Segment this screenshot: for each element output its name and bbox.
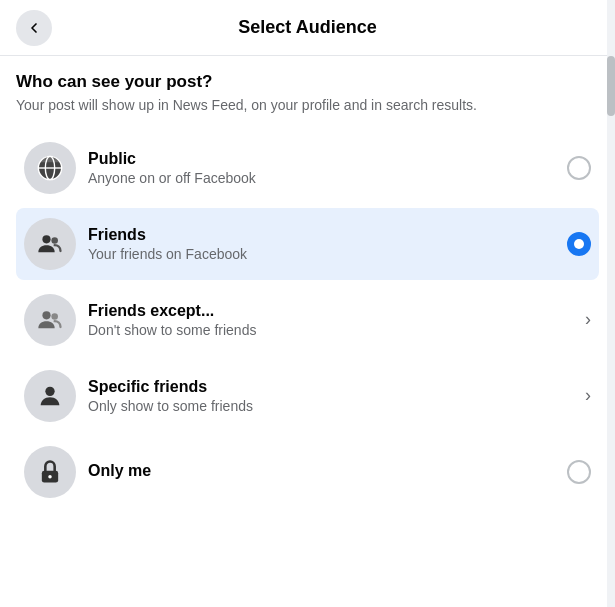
friends-label: Friends [88, 226, 567, 244]
friends-except-chevron: › [585, 309, 591, 330]
audience-item-friends[interactable]: Friends Your friends on Facebook [16, 208, 599, 280]
friends-radio [567, 232, 591, 256]
back-button[interactable] [16, 10, 52, 46]
svg-point-6 [42, 311, 50, 319]
specific-friends-icon [36, 382, 64, 410]
svg-point-5 [51, 237, 58, 244]
scrollbar-track [607, 0, 615, 607]
friends-except-desc: Don't show to some friends [88, 322, 585, 338]
only-me-text: Only me [88, 462, 567, 482]
friends-except-icon [36, 306, 64, 334]
only-me-icon-circle [24, 446, 76, 498]
globe-icon [36, 154, 64, 182]
scrollbar-thumb [607, 56, 615, 116]
content-area: Who can see your post? Your post will sh… [0, 56, 615, 607]
specific-friends-text: Specific friends Only show to some frien… [88, 378, 585, 414]
friends-text: Friends Your friends on Facebook [88, 226, 567, 262]
friends-radio-inner [574, 239, 584, 249]
header: Select Audience [0, 0, 615, 56]
friends-desc: Your friends on Facebook [88, 246, 567, 262]
specific-friends-chevron: › [585, 385, 591, 406]
back-icon [26, 20, 42, 36]
specific-friends-desc: Only show to some friends [88, 398, 585, 414]
specific-friends-icon-circle [24, 370, 76, 422]
friends-icon-circle [24, 218, 76, 270]
public-text: Public Anyone on or off Facebook [88, 150, 567, 186]
public-desc: Anyone on or off Facebook [88, 170, 567, 186]
friends-except-label: Friends except... [88, 302, 585, 320]
audience-item-public[interactable]: Public Anyone on or off Facebook [16, 132, 599, 204]
audience-item-specific-friends[interactable]: Specific friends Only show to some frien… [16, 360, 599, 432]
only-me-label: Only me [88, 462, 567, 480]
section-title: Who can see your post? [16, 72, 599, 92]
friends-icon [36, 230, 64, 258]
friends-except-text: Friends except... Don't show to some fri… [88, 302, 585, 338]
lock-icon [36, 458, 64, 486]
page-title: Select Audience [238, 17, 376, 38]
only-me-radio [567, 460, 591, 484]
audience-item-only-me[interactable]: Only me [16, 436, 599, 508]
public-icon-circle [24, 142, 76, 194]
public-radio [567, 156, 591, 180]
svg-point-8 [45, 386, 54, 395]
svg-point-4 [42, 235, 50, 243]
audience-item-friends-except[interactable]: Friends except... Don't show to some fri… [16, 284, 599, 356]
specific-friends-label: Specific friends [88, 378, 585, 396]
section-description: Your post will show up in News Feed, on … [16, 96, 599, 116]
public-label: Public [88, 150, 567, 168]
friends-except-icon-circle [24, 294, 76, 346]
svg-point-10 [48, 475, 52, 479]
svg-point-7 [51, 313, 58, 320]
